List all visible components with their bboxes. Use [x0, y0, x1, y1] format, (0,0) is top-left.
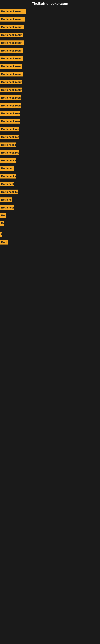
list-item: Bottleneck result: [0, 39, 100, 47]
bottleneck-result-label: Bottleneck result: [0, 17, 25, 22]
list-item: Bottleneck result: [0, 8, 100, 15]
bottleneck-result-label: Bottlenec: [0, 166, 14, 171]
bottleneck-result-label: Bottleneck result: [0, 72, 23, 76]
bottleneck-result-label: Bot: [0, 213, 6, 218]
bottleneck-result-label: Bottleneck r: [0, 158, 16, 163]
list-item: Bottleneck result: [0, 70, 100, 78]
bottleneck-result-label: Bottleneck r: [0, 174, 16, 178]
bottleneck-result-label: Bottleneck result: [0, 56, 23, 61]
list-item: Bottleneck result: [0, 94, 100, 102]
list-item: Bottleneck result: [0, 102, 100, 110]
bottleneck-result-label: Bottleneck: [0, 182, 14, 186]
bottleneck-result-label: Bottleneck result: [0, 103, 21, 108]
list-item: Bottleneck result: [0, 23, 100, 31]
bottleneck-result-label: Bottleneck result: [0, 25, 24, 30]
bottleneck-result-label: Bottleneck re: [0, 142, 16, 147]
list-item: Bottleneck result: [0, 86, 100, 94]
bottleneck-result-label: Bottleneck res: [0, 190, 18, 194]
list-item: Bottleneck result: [0, 15, 100, 23]
bottleneck-result-label: Bottleneck result: [0, 64, 22, 69]
list-item: Bottleneck result: [0, 31, 100, 39]
bottleneck-result-label: Bottleneck result: [0, 88, 22, 92]
bottleneck-result-label: B: [0, 232, 2, 237]
bottleneck-result-label: Bottl: [0, 240, 8, 244]
list-item: Bottleneck r: [0, 156, 100, 164]
bottleneck-result-label: Bottleneck result: [0, 9, 26, 14]
bottleneck-result-label: Bottleneck result: [0, 96, 21, 100]
list-item: Bottl: [0, 238, 100, 246]
bottleneck-result-label: Bo: [0, 221, 4, 226]
list-item: Bottleneck result: [0, 110, 100, 117]
list-item: Bottleneck result: [0, 125, 100, 133]
bottleneck-result-label: Bottleneck result: [0, 127, 19, 132]
list-item: Bottleneck result: [0, 133, 100, 141]
list-item: B: [0, 230, 100, 238]
list-item: Bottleneck result: [0, 117, 100, 125]
bottleneck-result-label: Bottleneck result: [0, 119, 20, 124]
list-item: Bottleneck result: [0, 54, 100, 62]
bottleneck-result-label: Bottleneck result: [0, 111, 20, 116]
list-item: Bottleneck: [0, 204, 100, 212]
list-item: Bottleneck r: [0, 172, 100, 180]
list-item: Bottleneck result: [0, 62, 100, 70]
list-item: Bottlens: [0, 196, 100, 204]
list-item: [0, 227, 100, 230]
list-item: Bottleneck res: [0, 188, 100, 196]
list-item: Bot: [0, 212, 100, 219]
list-item: Bottleneck result: [0, 47, 100, 54]
list-item: Bottleneck re: [0, 141, 100, 149]
bottleneck-result-label: Bottleneck result: [0, 32, 23, 37]
list-item: [0, 246, 100, 249]
list-item: Bo: [0, 219, 100, 227]
bottleneck-result-label: Bottleneck result: [0, 80, 22, 84]
bottleneck-result-label: Bottlens: [0, 198, 12, 202]
list-item: Bottleneck: [0, 180, 100, 188]
list-item: Bottleneck result: [0, 78, 100, 86]
bottleneck-result-label: Bottleneck result: [0, 48, 23, 53]
bottleneck-result-label: Bottleneck result: [0, 135, 19, 139]
list-item: Bottlenec: [0, 164, 100, 172]
bottleneck-result-label: Bottleneck: [0, 205, 14, 210]
site-title: TheBottlenecker.com: [0, 0, 100, 8]
bottleneck-result-label: Bottleneck result: [0, 40, 24, 45]
bottleneck-result-label: Bottleneck result: [0, 150, 19, 155]
list-item: Bottleneck result: [0, 149, 100, 156]
